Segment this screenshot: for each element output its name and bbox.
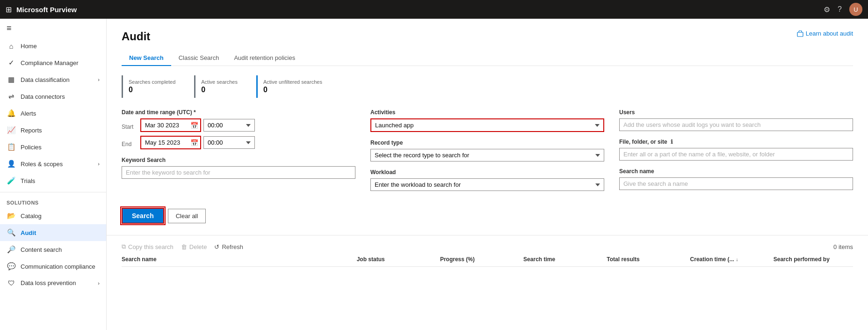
waffle-icon[interactable]: ⊞	[6, 5, 12, 14]
page-title-row: Audit Learn about audit	[122, 30, 853, 43]
content-search-icon: 🔎	[7, 245, 16, 254]
sidebar-item-label: Roles & scopes	[21, 161, 63, 168]
stat-active-searches: Active searches 0	[194, 75, 245, 98]
sidebar-item-home[interactable]: ⌂ Home	[0, 38, 106, 54]
sidebar-item-communication-compliance[interactable]: 💬 Communication compliance	[0, 258, 106, 275]
sort-desc-icon: ↓	[736, 257, 738, 262]
tab-new-search[interactable]: New Search	[122, 51, 171, 66]
main-content: Audit Learn about audit New Search Class…	[107, 19, 868, 330]
copy-label: Copy this search	[128, 243, 174, 250]
refresh-action[interactable]: ↺ Refresh	[214, 243, 243, 250]
search-button[interactable]: Search	[122, 208, 164, 224]
stat-value: 0	[129, 86, 175, 94]
creation-time-label: Creation time (...	[690, 256, 734, 263]
audit-icon: 🔍	[7, 228, 16, 237]
activities-label: Activities	[370, 109, 604, 116]
date-time-group: Date and time range (UTC) * Start 📅	[122, 109, 355, 149]
sidebar-item-alerts[interactable]: 🔔 Alerts	[0, 105, 106, 122]
catalog-icon: 📂	[7, 212, 16, 220]
stat-label: Searches completed	[129, 79, 175, 85]
date-col: Start 📅 00:00 End	[122, 118, 355, 149]
activities-select[interactable]: Launched app	[370, 118, 604, 132]
sidebar-item-label: Data loss prevention	[21, 279, 76, 286]
search-name-input[interactable]	[619, 177, 853, 190]
th-job-status: Job status	[353, 256, 436, 263]
sidebar-item-label: Data classification	[21, 76, 70, 83]
sidebar-item-data-loss-prevention[interactable]: 🛡 Data loss prevention ›	[0, 275, 106, 291]
end-date-wrapper: 📅	[140, 136, 201, 149]
th-search-performed-by: Search performed by	[770, 256, 853, 263]
workload-label: Workload	[370, 169, 604, 176]
keyword-input[interactable]	[122, 166, 355, 179]
record-type-label: Record type	[370, 139, 604, 146]
sidebar-item-audit[interactable]: 🔍 Audit	[0, 224, 106, 241]
sidebar-item-label: Reports	[21, 127, 42, 134]
delete-action: 🗑 Delete	[181, 243, 207, 250]
start-label: Start	[122, 120, 137, 130]
users-label: Users	[619, 109, 853, 116]
stat-active-unfiltered: Active unfiltered searches 0	[256, 75, 330, 98]
activities-select-wrapper: Launched app	[370, 118, 604, 132]
file-label: File, folder, or site ℹ	[619, 139, 853, 145]
form-col-1: Date and time range (UTC) * Start 📅	[122, 109, 355, 198]
stat-label: Active searches	[201, 79, 238, 85]
learn-link[interactable]: Learn about audit	[797, 30, 853, 37]
sidebar-item-roles-scopes[interactable]: 👤 Roles & scopes ›	[0, 155, 106, 172]
copy-icon: ⧉	[122, 243, 126, 250]
date-label: Date and time range (UTC) *	[122, 109, 355, 116]
table-toolbar: ⧉ Copy this search 🗑 Delete ↺ Refresh 0 …	[122, 243, 853, 250]
learn-icon	[797, 30, 803, 37]
stats-row: Searches completed 0 Active searches 0 A…	[122, 75, 853, 98]
settings-icon[interactable]: ⚙	[824, 5, 830, 14]
workload-select[interactable]: Enter the workload to search for	[370, 178, 604, 191]
sidebar-item-compliance-manager[interactable]: ✓ Compliance Manager	[0, 54, 106, 71]
th-creation-time[interactable]: Creation time (... ↓	[687, 256, 770, 263]
layout: ≡ ⌂ Home ✓ Compliance Manager ▦ Data cla…	[0, 19, 868, 330]
sidebar-item-reports[interactable]: 📈 Reports	[0, 122, 106, 139]
search-name-group: Search name	[619, 168, 853, 190]
clear-all-button[interactable]: Clear all	[168, 209, 206, 223]
record-type-select[interactable]: Select the record type to search for	[370, 149, 604, 161]
avatar[interactable]: U	[849, 3, 862, 16]
calendar-icon[interactable]: 📅	[190, 122, 198, 129]
tab-classic-search[interactable]: Classic Search	[171, 51, 227, 66]
table-headers: Search name Job status Progress (%) Sear…	[122, 256, 853, 267]
help-icon[interactable]: ?	[838, 5, 842, 14]
sidebar-toggle[interactable]: ≡	[0, 19, 106, 38]
file-input[interactable]	[619, 148, 853, 161]
sidebar-item-label: Communication compliance	[21, 263, 95, 270]
users-input[interactable]	[619, 118, 853, 131]
sidebar-item-label: Audit	[21, 229, 36, 236]
main-inner: Audit Learn about audit New Search Class…	[107, 19, 868, 235]
topbar-left: ⊞ Microsoft Purview	[6, 5, 77, 14]
tab-audit-retention[interactable]: Audit retention policies	[226, 51, 303, 66]
start-date-wrapper: 📅	[140, 118, 201, 132]
stat-value: 0	[263, 86, 322, 94]
sidebar-item-content-search[interactable]: 🔎 Content search	[0, 241, 106, 258]
start-date-row: Start 📅 00:00	[122, 118, 355, 132]
home-icon: ⌂	[7, 42, 16, 50]
policies-icon: 📋	[7, 143, 16, 151]
sidebar-item-catalog[interactable]: 📂 Catalog	[0, 207, 106, 224]
users-group: Users	[619, 109, 853, 131]
end-time-select[interactable]: 00:00	[203, 136, 255, 149]
button-row: Search Clear all	[122, 208, 853, 224]
sidebar-item-policies[interactable]: 📋 Policies	[0, 139, 106, 155]
calendar-icon[interactable]: 📅	[190, 139, 198, 147]
sidebar-item-trials[interactable]: 🧪 Trials	[0, 172, 106, 189]
workload-group: Workload Enter the workload to search fo…	[370, 169, 604, 191]
sidebar-nav: ⌂ Home ✓ Compliance Manager ▦ Data class…	[0, 38, 106, 330]
sidebar-item-data-connectors[interactable]: ⇌ Data connectors	[0, 88, 106, 105]
sidebar-item-label: Data connectors	[21, 93, 65, 100]
search-name-label: Search name	[619, 168, 853, 175]
sidebar-item-label: Trials	[21, 177, 35, 184]
record-type-group: Record type Select the record type to se…	[370, 139, 604, 161]
chevron-down-icon: ›	[98, 77, 100, 82]
alerts-icon: 🔔	[7, 109, 16, 117]
solutions-label: Solutions	[0, 195, 106, 207]
delete-icon: 🗑	[181, 243, 187, 250]
sidebar-item-data-classification[interactable]: ▦ Data classification ›	[0, 71, 106, 88]
table-count: 0 items	[833, 243, 853, 250]
start-time-select[interactable]: 00:00	[203, 119, 255, 132]
sidebar-item-label: Compliance Manager	[21, 59, 79, 66]
